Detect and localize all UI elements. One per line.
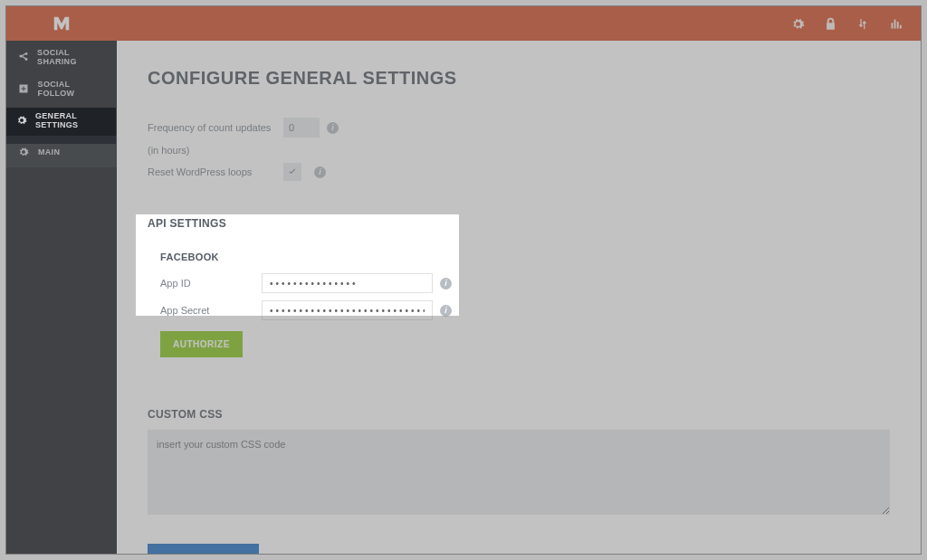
share-icon <box>15 52 31 62</box>
info-icon[interactable]: i <box>440 305 452 317</box>
app-secret-row: App Secret i <box>160 300 452 320</box>
frequency-label: Frequency of count updates <box>148 122 283 133</box>
authorize-button[interactable]: AUTHORIZE <box>160 331 243 357</box>
facebook-subtitle: FACEBOOK <box>160 252 452 262</box>
sidebar-item-label: MAIN <box>38 147 60 157</box>
reset-row: Reset WordPress loops i <box>148 163 890 181</box>
gear-icon[interactable] <box>781 6 814 41</box>
plus-square-icon <box>15 83 32 94</box>
sidebar-item-label: SOCIAL SHARING <box>37 48 108 66</box>
sidebar-item-label: GENERAL SETTINGS <box>35 111 108 129</box>
sidebar-item-social-sharing[interactable]: SOCIAL SHARING <box>6 41 117 72</box>
sidebar-item-main[interactable]: MAIN <box>6 136 117 167</box>
info-icon[interactable]: i <box>440 278 452 289</box>
app-id-input[interactable] <box>262 273 433 293</box>
sidebar: SOCIAL SHARING SOCIAL FOLLOW GENERAL SET… <box>6 41 117 554</box>
gear-icon <box>15 147 32 157</box>
app-id-row: App ID i <box>160 273 452 293</box>
bars-icon[interactable] <box>879 6 912 41</box>
sidebar-item-social-follow[interactable]: SOCIAL FOLLOW <box>6 72 117 104</box>
api-section-title: API SETTINGS <box>148 217 890 230</box>
frequency-sub-row: (in hours) <box>148 145 890 156</box>
frequency-row: Frequency of count updates i <box>148 118 890 138</box>
page-title: CONFIGURE GENERAL SETTINGS <box>148 68 890 89</box>
gear-icon <box>15 115 29 126</box>
sidebar-item-label: SOCIAL FOLLOW <box>38 80 108 98</box>
transfer-icon[interactable] <box>846 6 879 41</box>
custom-css-box <box>148 430 890 518</box>
logo <box>6 6 117 41</box>
header-actions <box>781 6 921 41</box>
custom-css-title: CUSTOM CSS <box>148 408 890 421</box>
sidebar-item-general-settings[interactable]: GENERAL SETTINGS <box>6 104 117 136</box>
info-icon[interactable]: i <box>314 166 326 178</box>
header <box>6 6 921 41</box>
lock-icon[interactable] <box>814 6 846 41</box>
main-content: CONFIGURE GENERAL SETTINGS Frequency of … <box>117 41 921 554</box>
frequency-sublabel: (in hours) <box>148 145 283 156</box>
reset-checkbox[interactable] <box>283 163 301 181</box>
app-secret-label: App Secret <box>160 305 262 316</box>
info-icon[interactable]: i <box>327 122 339 134</box>
facebook-api-box: FACEBOOK App ID i App Secret i AUTHORIZE <box>148 239 464 372</box>
save-button[interactable]: SAVE CHANGES <box>148 544 259 554</box>
app-id-label: App ID <box>160 278 262 289</box>
frequency-input[interactable] <box>283 118 320 138</box>
reset-label: Reset WordPress loops <box>148 166 283 177</box>
custom-css-textarea[interactable] <box>148 430 890 515</box>
app-secret-input[interactable] <box>262 300 433 320</box>
